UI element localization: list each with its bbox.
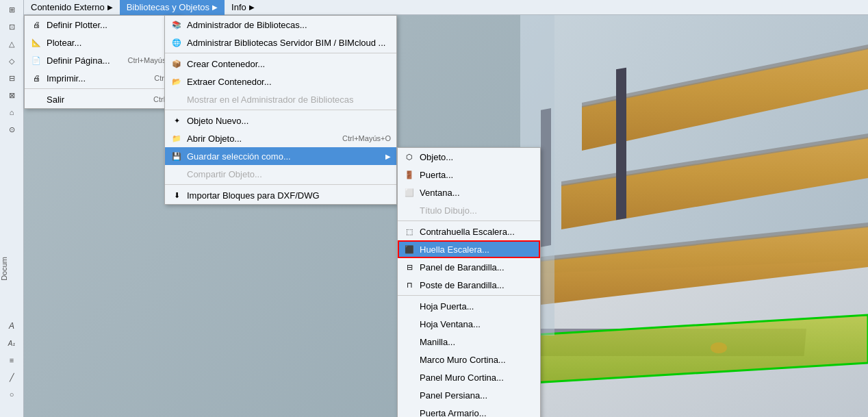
l3-window-icon: ⬜ xyxy=(403,187,416,198)
left-dropdown: 🖨 Definir Plotter... 📐 Plotear... 📄 Defi… xyxy=(24,15,181,109)
l2-dropdown: 📚 Administrador de Bibliotecas... 🌐 Admi… xyxy=(164,15,397,205)
menu-l3-ventana[interactable]: ⬜ Ventana... xyxy=(398,184,540,201)
toolbar-icon-4[interactable]: ◇ xyxy=(2,53,21,69)
plot-icon: 📐 xyxy=(30,37,42,48)
l3-panel-muro-icon xyxy=(403,372,416,383)
menu-l3-panel-barandilla[interactable]: ⊟ Panel de Barandilla... xyxy=(398,258,540,276)
contenido-externo-label: Contenido Externo xyxy=(31,2,105,12)
save-sel-icon: 💾 xyxy=(170,151,183,162)
menu-l3-marco-muro[interactable]: Marco Muro Cortina... xyxy=(398,351,540,368)
menu-l3-puerta[interactable]: 🚪 Puerta... xyxy=(398,166,540,184)
create-cont-icon: 📦 xyxy=(170,58,183,69)
menu-abrir-objeto[interactable]: 📁 Abrir Objeto... Ctrl+Mayús+O xyxy=(165,129,396,147)
menu-guardar-seleccion[interactable]: 💾 Guardar selección como... ▶ xyxy=(165,147,396,165)
menu-l3-panel-persiana[interactable]: Panel Persiana... xyxy=(398,386,540,404)
obj-new-icon: ✦ xyxy=(170,115,183,126)
menu-crear-contenedor[interactable]: 📦 Crear Contenedor... xyxy=(165,55,396,73)
menu-l3-contrahuella[interactable]: ⬚ Contrahuella Escalera... xyxy=(398,223,540,240)
toolbar-icon-5[interactable]: ⊟ xyxy=(2,70,21,86)
l3-post-icon: ⊓ xyxy=(403,279,416,290)
menu-admin-bim[interactable]: 🌐 Administrar Bibliotecas Servidor BIM /… xyxy=(165,34,396,51)
menu-contenido-externo[interactable]: Contenido Externo ▶ xyxy=(24,0,120,15)
l3-door-icon: 🚪 xyxy=(403,169,416,180)
extract-cont-icon: 📂 xyxy=(170,76,183,87)
l3-huella-icon: ⬛ xyxy=(403,244,416,255)
menu-plotear[interactable]: 📐 Plotear... xyxy=(25,34,181,51)
menu-l3-puerta-armario[interactable]: Puerta Armario... xyxy=(398,404,540,417)
sep-left-1 xyxy=(25,88,181,89)
l3-contrahuella-icon: ⬚ xyxy=(403,226,416,237)
menu-l3-objeto[interactable]: ⬡ Objeto... xyxy=(398,148,540,166)
toolbar-icon-a2[interactable]: A₁ xyxy=(2,335,21,351)
menu-l3-huella[interactable]: ⬛ Huella Escalera... xyxy=(398,240,540,258)
l3-manilla-icon xyxy=(403,336,416,347)
info-arrow: ▶ xyxy=(249,3,255,11)
toolbar-icon-1[interactable]: ⊞ xyxy=(2,1,21,18)
l3-armario-icon xyxy=(403,407,416,417)
bibliotecas-label: Bibliotecas y Objetos xyxy=(127,2,209,12)
toolbar-icon-6[interactable]: ⊠ xyxy=(2,87,21,103)
top-menu-bar: Contenido Externo ▶ Bibliotecas y Objeto… xyxy=(24,0,868,15)
toolbar-icon-7[interactable]: ⌂ xyxy=(2,104,21,121)
menu-extraer-contenedor[interactable]: 📂 Extraer Contenedor... xyxy=(165,73,396,90)
l3-hoja-puerta-icon xyxy=(403,301,416,312)
info-label: Info xyxy=(231,2,246,12)
toolbar-icon-8[interactable]: ⊙ xyxy=(2,121,21,138)
toolbar-icon-diag[interactable]: ╱ xyxy=(2,369,21,386)
toolbar-icon-circle[interactable]: ○ xyxy=(2,386,21,403)
printer-icon: 🖨 xyxy=(30,19,42,30)
sep-l2-1 xyxy=(165,53,396,53)
toolbar-icon-3[interactable]: △ xyxy=(2,36,21,52)
l3-obj-icon: ⬡ xyxy=(403,151,416,162)
print-icon: 🖨 xyxy=(30,73,42,84)
menu-l3-hoja-ventana[interactable]: Hoja Ventana... xyxy=(398,315,540,333)
menu-bibliotecas-objetos[interactable]: Bibliotecas y Objetos ▶ xyxy=(120,0,225,15)
menu-l3-panel-muro[interactable]: Panel Muro Cortina... xyxy=(398,368,540,386)
svg-rect-13 xyxy=(616,68,626,220)
contenido-arrow: ▶ xyxy=(107,3,113,11)
share-icon xyxy=(170,168,183,179)
toolbar-icon-2[interactable]: ⊡ xyxy=(2,18,21,35)
l3-persiana-icon xyxy=(403,390,416,401)
guardar-arrow: ▶ xyxy=(385,153,391,160)
doc-label: Docum xyxy=(0,257,24,281)
sep-l3-1 xyxy=(398,220,540,221)
toolbar-icon-lines[interactable]: ≡ xyxy=(2,352,21,368)
menu-l3-poste-barandilla[interactable]: ⊓ Poste de Barandilla... xyxy=(398,276,540,294)
left-toolbar: ⊞ ⊡ △ ◇ ⊟ ⊠ ⌂ ⊙ Docum A A₁ ≡ ╱ ○ xyxy=(0,0,24,417)
mostrar-icon xyxy=(170,94,183,105)
l3-marco-icon xyxy=(403,354,416,365)
menu-salir[interactable]: Salir Ctrl+Q xyxy=(25,90,181,108)
open-obj-icon: 📁 xyxy=(170,133,183,144)
l3-rail-panel-icon: ⊟ xyxy=(403,262,416,273)
menu-importar-bloques[interactable]: ⬇ Importar Bloques para DXF/DWG xyxy=(165,186,396,204)
menu-l3-titulo: Título Dibujo... xyxy=(398,201,540,219)
abrir-obj-shortcut: Ctrl+Mayús+O xyxy=(342,134,391,142)
sep-l2-2 xyxy=(165,110,396,110)
menu-objeto-nuevo[interactable]: ✦ Objeto Nuevo... xyxy=(165,112,396,129)
menu-definir-plotter[interactable]: 🖨 Definir Plotter... xyxy=(25,16,181,34)
menu-definir-pagina[interactable]: 📄 Definir Página... Ctrl+Mayús+P xyxy=(25,51,181,69)
sep-l3-2 xyxy=(398,295,540,296)
svg-point-5 xyxy=(711,342,727,353)
page-icon: 📄 xyxy=(30,55,42,66)
l3-hoja-ventana-icon xyxy=(403,318,416,329)
l3-titulo-icon xyxy=(403,205,416,216)
menu-compartir-objeto: Compartir Objeto... xyxy=(165,165,396,183)
bibliotecas-arrow: ▶ xyxy=(212,3,218,11)
menu-imprimir[interactable]: 🖨 Imprimir... Ctrl+P xyxy=(25,69,181,87)
menu-info[interactable]: Info ▶ xyxy=(225,0,261,15)
sep-l2-3 xyxy=(165,184,396,185)
menu-l3-hoja-puerta[interactable]: Hoja Puerta... xyxy=(398,297,540,315)
admin-lib-icon: 📚 xyxy=(170,19,183,30)
l3-dropdown: ⬡ Objeto... 🚪 Puerta... ⬜ Ventana... Tít… xyxy=(397,147,541,417)
admin-bim-icon: 🌐 xyxy=(170,37,183,48)
exit-icon xyxy=(30,94,42,105)
menu-mostrar-admin: Mostrar en el Administrador de Bibliotec… xyxy=(165,90,396,108)
toolbar-icon-a1[interactable]: A xyxy=(2,318,21,334)
menu-l3-manilla[interactable]: Manilla... xyxy=(398,333,540,351)
menu-admin-bibliotecas[interactable]: 📚 Administrador de Bibliotecas... xyxy=(165,16,396,34)
import-icon: ⬇ xyxy=(170,190,183,201)
